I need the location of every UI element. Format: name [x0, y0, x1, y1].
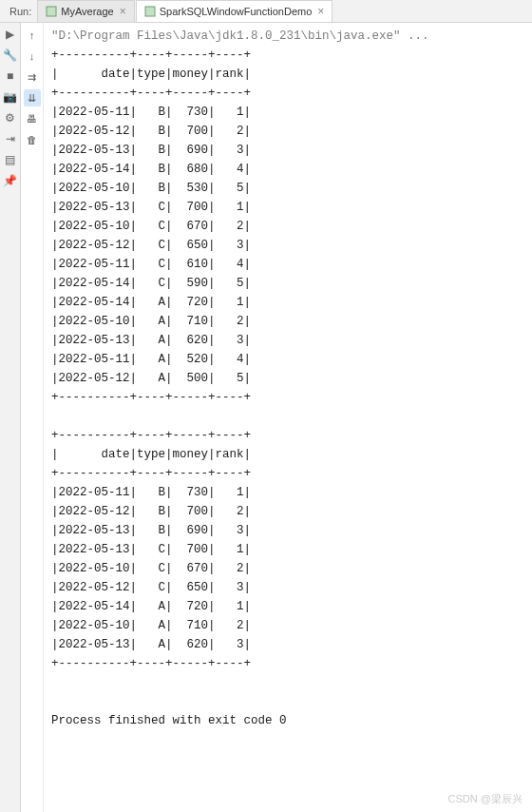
- table-row: |2022-05-12| B| 700| 2|: [51, 502, 524, 521]
- main-area: ▶ 🔧 ■ 📷 ⚙ ⇥ ▤ 📌 ↑ ↓ ⇉ ⇊ 🖶 🗑 "D:\Program …: [0, 23, 532, 812]
- table-row: |2022-05-11| B| 730| 1|: [51, 103, 524, 122]
- table-row: |2022-05-12| C| 650| 3|: [51, 236, 524, 255]
- table-border: +----------+----+-----+----+: [51, 654, 524, 673]
- table-row: |2022-05-13| B| 690| 3|: [51, 521, 524, 540]
- top-bar: Run: MyAverage × SparkSQLWindowFunctionD…: [0, 0, 532, 23]
- layout-icon[interactable]: ▤: [3, 152, 18, 167]
- second-toolbar: ↑ ↓ ⇉ ⇊ 🖶 🗑: [21, 23, 44, 812]
- close-icon[interactable]: ×: [317, 5, 324, 18]
- tab-label: MyAverage: [61, 6, 113, 17]
- watermark: CSDN @梁辰兴: [448, 792, 522, 806]
- table-border: +----------+----+-----+----+: [51, 84, 524, 103]
- stop-icon[interactable]: ■: [3, 68, 18, 84]
- left-toolbar: ▶ 🔧 ■ 📷 ⚙ ⇥ ▤ 📌: [0, 23, 21, 812]
- table-row: |2022-05-10| C| 670| 2|: [51, 559, 524, 578]
- table-row: |2022-05-10| A| 710| 2|: [51, 312, 524, 331]
- table-row: |2022-05-10| B| 530| 5|: [51, 179, 524, 198]
- exit-icon[interactable]: ⇥: [3, 131, 18, 146]
- table-row: |2022-05-14| B| 680| 4|: [51, 160, 524, 179]
- scroll-to-end-icon[interactable]: ⇊: [24, 89, 41, 106]
- tab-myaverage[interactable]: MyAverage ×: [37, 0, 134, 22]
- file-icon: [144, 6, 156, 17]
- table-row: |2022-05-13| B| 690| 3|: [51, 141, 524, 160]
- console-output[interactable]: "D:\Program Files\Java\jdk1.8.0_231\bin\…: [44, 23, 532, 812]
- down-arrow-icon[interactable]: ↓: [24, 48, 41, 65]
- blank-line: [51, 407, 524, 426]
- table-row: |2022-05-10| C| 670| 2|: [51, 217, 524, 236]
- softwrap-icon[interactable]: ⇉: [24, 68, 41, 86]
- svg-rect-1: [145, 7, 155, 16]
- table-row: |2022-05-12| C| 650| 3|: [51, 578, 524, 597]
- table-row: |2022-05-13| A| 620| 3|: [51, 635, 524, 654]
- table-border: +----------+----+-----+----+: [51, 388, 524, 407]
- table-border: +----------+----+-----+----+: [51, 46, 524, 65]
- table-row: |2022-05-11| C| 610| 4|: [51, 255, 524, 274]
- table-row: |2022-05-11| A| 520| 4|: [51, 350, 524, 369]
- exit-message: Process finished with exit code 0: [51, 711, 524, 730]
- table-row: |2022-05-12| A| 500| 5|: [51, 369, 524, 388]
- table-row: |2022-05-10| A| 710| 2|: [51, 616, 524, 635]
- table-row: |2022-05-14| A| 720| 1|: [51, 597, 524, 616]
- table-border: +----------+----+-----+----+: [51, 426, 524, 445]
- table-row: |2022-05-12| B| 700| 2|: [51, 122, 524, 141]
- camera-icon[interactable]: 📷: [3, 89, 18, 105]
- tab-sparksql[interactable]: SparkSQLWindowFunctionDemo ×: [136, 0, 333, 22]
- clear-icon[interactable]: 🗑: [24, 131, 41, 148]
- blank-line: [51, 692, 524, 711]
- table-row: |2022-05-13| C| 700| 1|: [51, 198, 524, 217]
- table-border: +----------+----+-----+----+: [51, 464, 524, 483]
- gear-icon[interactable]: ⚙: [3, 110, 18, 126]
- table-row: |2022-05-11| B| 730| 1|: [51, 483, 524, 502]
- tab-label: SparkSQLWindowFunctionDemo: [160, 6, 313, 17]
- table-row: |2022-05-13| C| 700| 1|: [51, 540, 524, 559]
- table-header: | date|type|money|rank|: [51, 65, 524, 84]
- wrench-icon[interactable]: 🔧: [3, 48, 18, 63]
- command-line: "D:\Program Files\Java\jdk1.8.0_231\bin\…: [51, 27, 524, 46]
- close-icon[interactable]: ×: [120, 5, 126, 18]
- table-row: |2022-05-14| C| 590| 5|: [51, 274, 524, 293]
- print-icon[interactable]: 🖶: [24, 110, 41, 127]
- svg-rect-0: [47, 7, 56, 16]
- run-icon[interactable]: ▶: [3, 27, 18, 42]
- up-arrow-icon[interactable]: ↑: [24, 27, 41, 44]
- table-header: | date|type|money|rank|: [51, 445, 524, 464]
- table-row: |2022-05-14| A| 720| 1|: [51, 293, 524, 312]
- table-row: |2022-05-13| A| 620| 3|: [51, 331, 524, 350]
- run-label: Run:: [4, 6, 37, 17]
- blank-line: [51, 673, 524, 692]
- pin-icon[interactable]: 📌: [3, 173, 18, 188]
- file-icon: [46, 6, 57, 17]
